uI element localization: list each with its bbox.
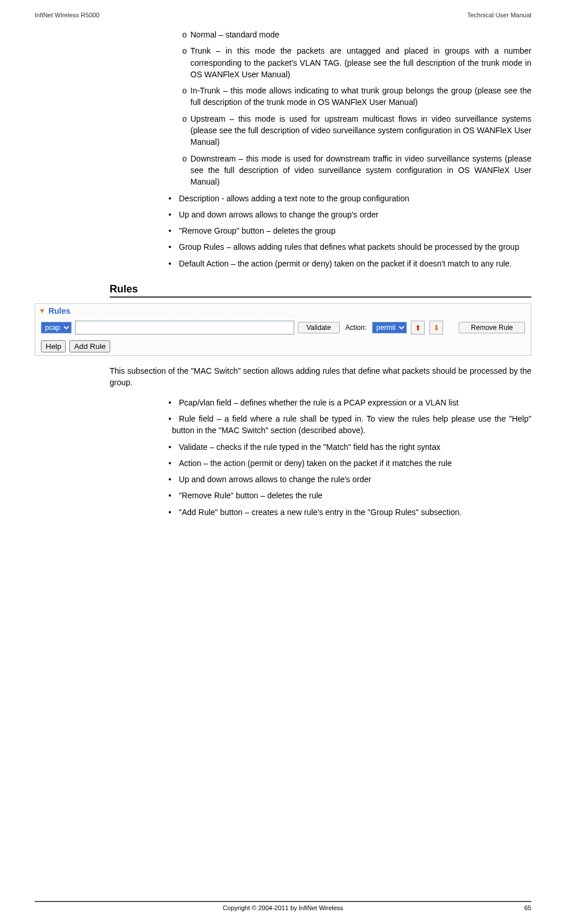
- mode-sublist: oNormal – standard mode oTrunk – in this…: [190, 29, 531, 188]
- pcap-vlan-select[interactable]: pcap: [41, 322, 72, 333]
- mode-downstream: Downstream – this mode is used for downs…: [190, 154, 531, 187]
- rule-input[interactable]: [75, 321, 294, 335]
- mode-normal: Normal – standard mode: [190, 30, 279, 39]
- rules-toolbar: ▼ Rules pcap Validate Action: permit ⬆ ⬇…: [35, 303, 531, 356]
- item-validate: Validate – checks if the rule typed in t…: [179, 442, 440, 452]
- item-group-rules: Group Rules – allows adding rules that d…: [179, 242, 519, 251]
- item-arrows: Up and down arrows allows to change the …: [179, 210, 378, 219]
- item-pcap-field: Pcap/vlan field – defines whether the ru…: [179, 398, 459, 407]
- item-add-rule: "Add Rule" button – creates a new rule's…: [179, 508, 462, 517]
- move-up-button[interactable]: ⬆: [411, 321, 425, 335]
- bullet-marker: •: [168, 241, 179, 253]
- page-footer: Copyright © 2004-2011 by InfiNet Wireles…: [35, 901, 531, 911]
- arrow-down-icon: ⬇: [433, 324, 440, 332]
- bullet-marker: •: [168, 413, 179, 425]
- page-header: InfiNet Wireless R5000 Technical User Ma…: [35, 12, 531, 24]
- item-default-action: Default Action – the action (permit or d…: [179, 259, 512, 268]
- item-arrows: Up and down arrows allows to change the …: [179, 475, 371, 484]
- rules-section-title: Rules: [110, 283, 531, 298]
- mode-intrunk: In-Trunk – this mode allows indicating t…: [190, 86, 531, 107]
- item-description: Description - allows adding a text note …: [179, 194, 409, 203]
- rules-toolbar-header: ▼ Rules: [35, 304, 531, 318]
- header-left: InfiNet Wireless R5000: [35, 12, 100, 18]
- bullet-marker: •: [168, 397, 179, 408]
- list-marker: o: [182, 85, 190, 96]
- rules-description: This subsection of the "MAC Switch" sect…: [110, 365, 531, 389]
- rules-toolbar-label: Rules: [48, 306, 70, 315]
- bullet-marker: •: [168, 225, 179, 236]
- help-button[interactable]: Help: [41, 340, 66, 352]
- list-marker: o: [182, 113, 190, 125]
- bullet-marker: •: [168, 193, 179, 204]
- list-marker: o: [182, 153, 190, 164]
- bullet-marker: •: [168, 258, 179, 269]
- validate-button[interactable]: Validate: [298, 322, 339, 333]
- bullet-marker: •: [168, 506, 179, 518]
- item-remove-rule: "Remove Rule" button – deletes the rule: [179, 491, 323, 500]
- item-action: Action – the action (permit or deny) tak…: [179, 459, 452, 468]
- bullet-marker: •: [168, 490, 179, 501]
- bullet-marker: •: [168, 441, 179, 453]
- footer-copyright: Copyright © 2004-2011 by InfiNet Wireles…: [35, 904, 531, 911]
- remove-rule-button[interactable]: Remove Rule: [459, 322, 525, 333]
- bullet-marker: •: [168, 457, 179, 469]
- rules-bullet-list: •Pcap/vlan field – defines whether the r…: [172, 397, 531, 518]
- collapse-icon[interactable]: ▼: [39, 307, 46, 315]
- bullet-marker: •: [168, 474, 179, 485]
- header-right: Technical User Manual: [467, 12, 531, 18]
- item-rule-field: Rule field – a field where a rule shall …: [172, 414, 531, 435]
- arrow-up-icon: ⬆: [415, 324, 421, 332]
- mode-upstream: Upstream – this mode is used for upstrea…: [190, 114, 531, 147]
- list-marker: o: [182, 29, 190, 40]
- item-remove-group: "Remove Group" button – deletes the grou…: [179, 226, 335, 235]
- action-label: Action:: [346, 324, 367, 332]
- move-down-button[interactable]: ⬇: [429, 321, 443, 335]
- group-bullet-list: •Description - allows adding a text note…: [172, 193, 531, 269]
- add-rule-button[interactable]: Add Rule: [69, 340, 110, 352]
- mode-trunk: Trunk – in this mode the packets are unt…: [190, 46, 531, 79]
- action-select[interactable]: permit: [372, 322, 407, 333]
- list-marker: o: [182, 45, 190, 57]
- bullet-marker: •: [168, 209, 179, 220]
